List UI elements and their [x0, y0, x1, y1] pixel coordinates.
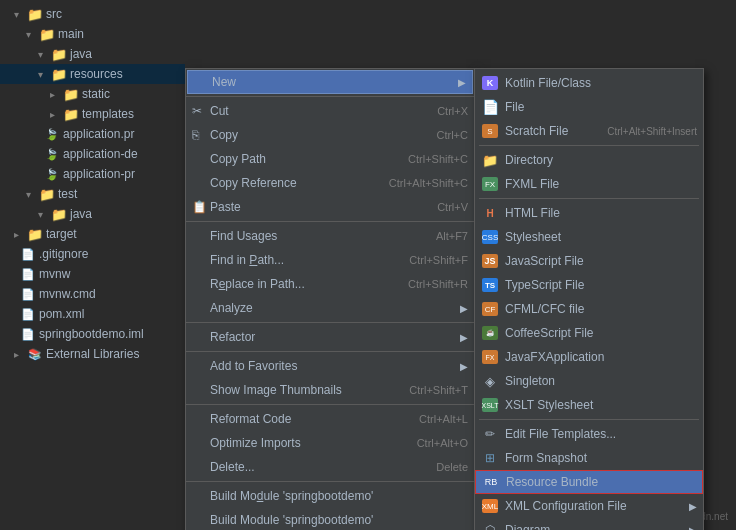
submenu-new: K Kotlin File/Class 📄 File S Scratch Fil…	[474, 68, 704, 530]
tree-label: springbootdemo.iml	[39, 327, 144, 341]
tree-gitignore[interactable]: 📄 .gitignore	[0, 244, 185, 264]
submenu-file[interactable]: 📄 File	[475, 95, 703, 119]
submenu-kotlin[interactable]: K Kotlin File/Class	[475, 71, 703, 95]
menu-paste[interactable]: 📋 Paste Ctrl+V	[186, 195, 474, 219]
submenu-arrow: ▶	[458, 77, 466, 88]
tree-src[interactable]: 📁 src	[0, 4, 185, 24]
bundle-icon: RB	[482, 473, 500, 491]
submenu-diagram[interactable]: ⬡ Diagram ▶	[475, 518, 703, 530]
submenu-xslt[interactable]: XSLT XSLT Stylesheet	[475, 393, 703, 417]
tree-label: pom.xml	[39, 307, 84, 321]
submenu-coffee[interactable]: ☕ CoffeeScript File	[475, 321, 703, 345]
submenu-xmlconfig-label: XML Configuration File	[505, 499, 627, 513]
tree-main[interactable]: 📁 main	[0, 24, 185, 44]
submenu-xmlconfig[interactable]: XML XML Configuration File ▶	[475, 494, 703, 518]
tree-extlibs[interactable]: 📚 External Libraries	[0, 344, 185, 364]
menu-new[interactable]: New ▶	[187, 70, 473, 94]
tree-iml[interactable]: 📄 springbootdemo.iml	[0, 324, 185, 344]
tree-app3[interactable]: 🍃 application-pr	[0, 164, 185, 184]
submenu-scratch[interactable]: S Scratch File Ctrl+Alt+Shift+Insert	[475, 119, 703, 143]
submenu-editfiletpl[interactable]: ✏ Edit File Templates...	[475, 422, 703, 446]
submenu-arrow: ▶	[689, 501, 697, 512]
tree-static[interactable]: 📁 static	[0, 84, 185, 104]
submenu-formsnapshot[interactable]: ⊞ Form Snapshot	[475, 446, 703, 470]
submenu-javafx[interactable]: FX JavaFXApplication	[475, 345, 703, 369]
menu-copy-label: Copy	[210, 128, 238, 142]
folder-icon: 📁	[27, 226, 43, 242]
tree-mvnw[interactable]: 📄 mvnw	[0, 264, 185, 284]
cut-icon: ✂	[192, 104, 202, 118]
tree-label: application-pr	[63, 167, 135, 181]
tree-java2[interactable]: 📁 java	[0, 204, 185, 224]
submenu-html[interactable]: H HTML File	[475, 201, 703, 225]
copyref-shortcut: Ctrl+Alt+Shift+C	[389, 177, 468, 189]
menu-reformat[interactable]: Reformat Code Ctrl+Alt+L	[186, 407, 474, 431]
tree-label: templates	[82, 107, 134, 121]
submenu-fxml[interactable]: FX FXML File	[475, 172, 703, 196]
submenu-scratch-label: Scratch File	[505, 124, 568, 138]
submenu-stylesheet[interactable]: CSS Stylesheet	[475, 225, 703, 249]
tree-mvnwcmd[interactable]: 📄 mvnw.cmd	[0, 284, 185, 304]
tree-target[interactable]: 📁 target	[0, 224, 185, 244]
submenu-javascript[interactable]: JS JavaScript File	[475, 249, 703, 273]
tree-pom[interactable]: 📄 pom.xml	[0, 304, 185, 324]
arrow-icon	[44, 106, 60, 122]
form-icon: ⊞	[481, 449, 499, 467]
arrow-icon	[8, 6, 24, 22]
submenu-html-label: HTML File	[505, 206, 560, 220]
dir-icon: 📁	[481, 151, 499, 169]
menu-copypath[interactable]: Copy Path Ctrl+Shift+C	[186, 147, 474, 171]
menu-showthumbs-label: Show Image Thumbnails	[210, 383, 342, 397]
menu-addtofav[interactable]: Add to Favorites ▶	[186, 354, 474, 378]
separator	[186, 404, 474, 405]
menu-copyref[interactable]: Copy Reference Ctrl+Alt+Shift+C	[186, 171, 474, 195]
menu-delete[interactable]: Delete... Delete	[186, 455, 474, 479]
menu-replaceinpath[interactable]: Replace in Path... Ctrl+Shift+R	[186, 272, 474, 296]
menu-copy[interactable]: ⎘ Copy Ctrl+C	[186, 123, 474, 147]
tree-java[interactable]: 📁 java	[0, 44, 185, 64]
menu-copypath-label: Copy Path	[210, 152, 266, 166]
showthumbs-shortcut: Ctrl+Shift+T	[409, 384, 468, 396]
separator	[186, 322, 474, 323]
file-icon: 📄	[481, 98, 499, 116]
menu-showthumbs[interactable]: Show Image Thumbnails Ctrl+Shift+T	[186, 378, 474, 402]
submenu-formsnapshot-label: Form Snapshot	[505, 451, 587, 465]
arrow-icon	[20, 26, 36, 42]
menu-buildmodule[interactable]: Build Module 'springbootdemo'	[186, 484, 474, 508]
menu-refactor-label: Refactor	[210, 330, 255, 344]
arrow-icon	[8, 226, 24, 242]
submenu-directory[interactable]: 📁 Directory	[475, 148, 703, 172]
menu-optimizeimp[interactable]: Optimize Imports Ctrl+Alt+O	[186, 431, 474, 455]
submenu-typescript[interactable]: TS TypeScript File	[475, 273, 703, 297]
tree-app2[interactable]: 🍃 application-de	[0, 144, 185, 164]
menu-refactor[interactable]: Refactor ▶	[186, 325, 474, 349]
submenu-resourcebundle[interactable]: RB Resource Bundle	[475, 470, 703, 494]
reformat-shortcut: Ctrl+Alt+L	[419, 413, 468, 425]
tree-templates[interactable]: 📁 templates	[0, 104, 185, 124]
tree-resources[interactable]: 📁 resources	[0, 64, 185, 84]
submenu-singleton[interactable]: ◈ Singleton	[475, 369, 703, 393]
scratch-icon: S	[481, 122, 499, 140]
menu-analyze[interactable]: Analyze ▶	[186, 296, 474, 320]
menu-delete-label: Delete...	[210, 460, 255, 474]
tree-label: static	[82, 87, 110, 101]
menu-findinpath-label: Find in Path...	[210, 253, 284, 267]
menu-findinpath[interactable]: Find in Path... Ctrl+Shift+F	[186, 248, 474, 272]
tree-app1[interactable]: 🍃 application.pr	[0, 124, 185, 144]
copy-icon: ⎘	[192, 128, 199, 142]
submenu-typescript-label: TypeScript File	[505, 278, 584, 292]
menu-paste-label: Paste	[210, 200, 241, 214]
menu-addtofav-label: Add to Favorites	[210, 359, 297, 373]
menu-cut[interactable]: ✂ Cut Ctrl+X	[186, 99, 474, 123]
menu-analyze-label: Analyze	[210, 301, 253, 315]
menu-findusages-label: Find Usages	[210, 229, 277, 243]
java-folder-icon: 📁	[51, 46, 67, 62]
menu-rebuild-label: Build Module 'springbootdemo'	[210, 513, 373, 527]
app-file-icon: 🍃	[44, 166, 60, 182]
submenu-directory-label: Directory	[505, 153, 553, 167]
menu-findusages[interactable]: Find Usages Alt+F7	[186, 224, 474, 248]
menu-rebuild[interactable]: Build Module 'springbootdemo'	[186, 508, 474, 530]
submenu-cfml[interactable]: CF CFML/CFC file	[475, 297, 703, 321]
tree-label: application-de	[63, 147, 138, 161]
tree-test[interactable]: 📁 test	[0, 184, 185, 204]
